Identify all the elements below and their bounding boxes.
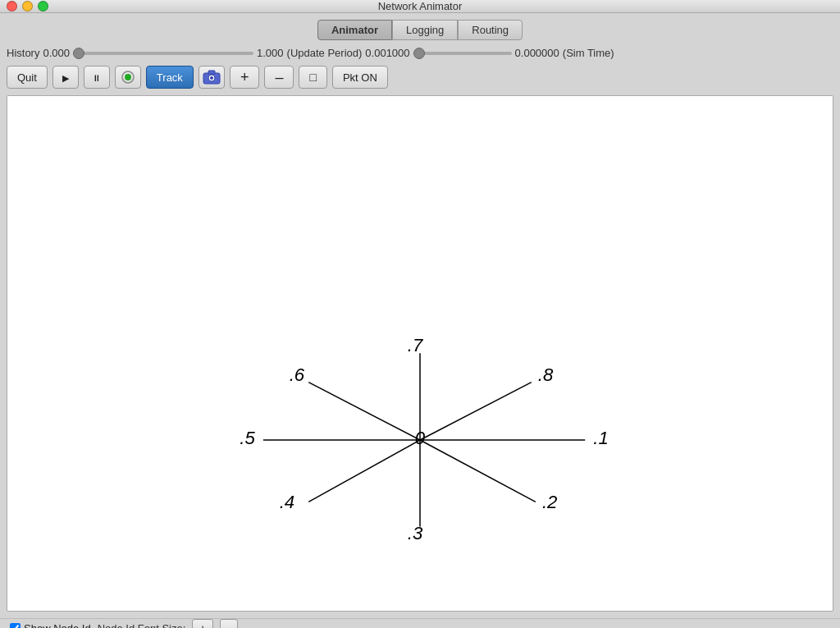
track-button[interactable]: Track: [146, 66, 194, 89]
zoom-in-button[interactable]: +: [230, 66, 260, 89]
window-controls: [7, 1, 48, 11]
node-label-2: .2: [542, 492, 557, 512]
svg-point-1: [125, 74, 131, 80]
screenshot-button[interactable]: [199, 66, 225, 89]
node-id-font-size-label: Node Id Font Size:: [98, 622, 186, 628]
fit-button[interactable]: □: [299, 66, 326, 89]
zoom-out-button[interactable]: –: [264, 66, 294, 89]
close-button[interactable]: [7, 1, 17, 11]
pause-button[interactable]: [84, 66, 110, 89]
bottom-bar: Show Node Id Node Id Font Size: + -: [0, 618, 840, 628]
play-icon: [62, 71, 69, 84]
node-label-5: .5: [240, 428, 255, 448]
history-max: 1.000: [257, 47, 284, 59]
font-size-plus-button[interactable]: +: [192, 619, 213, 628]
node-label-0: 0: [415, 428, 426, 448]
maximize-button[interactable]: [38, 1, 48, 11]
node-label-7: .7: [408, 335, 423, 355]
tab-logging[interactable]: Logging: [392, 20, 458, 40]
canvas-area: 0 .1 .2 .3 .4 .5 .6 .7 .8: [7, 95, 833, 612]
tab-animator[interactable]: Animator: [317, 20, 392, 40]
show-node-id-text: Show Node Id: [24, 622, 91, 628]
history-slider-container: [73, 52, 253, 55]
title-bar: Network Animator: [0, 0, 840, 13]
network-svg: 0 .1 .2 .3 .4 .5 .6 .7 .8: [7, 96, 833, 611]
sim-time-value: 0.000000: [515, 47, 559, 59]
history-slider[interactable]: [73, 52, 253, 55]
edge-0-6: [308, 383, 420, 440]
fit-icon: □: [309, 71, 316, 84]
sim-time-label: (Sim Time): [563, 47, 614, 59]
svg-point-4: [210, 76, 213, 80]
toolbar: Quit Track + – □ P: [7, 66, 833, 89]
font-size-minus-button[interactable]: -: [220, 619, 238, 628]
screenshot-icon: [203, 70, 221, 85]
quit-button[interactable]: Quit: [7, 66, 48, 89]
edge-0-8: [420, 383, 532, 440]
tab-routing[interactable]: Routing: [458, 20, 523, 40]
node-label-6: .6: [290, 364, 305, 385]
tab-bar: Animator Logging Routing: [7, 20, 833, 40]
minimize-button[interactable]: [22, 1, 33, 11]
window-title: Network Animator: [378, 0, 463, 12]
pause-icon: [92, 71, 101, 84]
record-icon: [120, 69, 136, 85]
sim-time-slider-container: [413, 52, 512, 55]
update-period-label: (Update Period): [287, 47, 363, 59]
history-label: History: [7, 47, 39, 59]
node-label-3: .3: [408, 523, 423, 543]
node-label-8: .8: [538, 364, 554, 385]
node-label-1: .1: [593, 428, 608, 448]
edge-0-2: [420, 440, 536, 502]
update-period-value: 0.001000: [365, 47, 409, 59]
node-label-4: .4: [280, 492, 294, 512]
main-content: Animator Logging Routing History 0.000 1…: [0, 13, 840, 618]
edge-0-4: [308, 440, 420, 502]
controls-bar: History 0.000 1.000 (Update Period) 0.00…: [7, 47, 833, 59]
show-node-id-checkbox[interactable]: [10, 623, 21, 628]
record-button[interactable]: [115, 66, 141, 89]
history-value: 0.000: [43, 47, 70, 59]
sim-time-slider[interactable]: [413, 52, 512, 55]
svg-rect-5: [208, 71, 215, 74]
play-button[interactable]: [52, 66, 79, 89]
pkt-on-button[interactable]: Pkt ON: [332, 66, 388, 89]
show-node-id-label[interactable]: Show Node Id: [10, 622, 91, 628]
